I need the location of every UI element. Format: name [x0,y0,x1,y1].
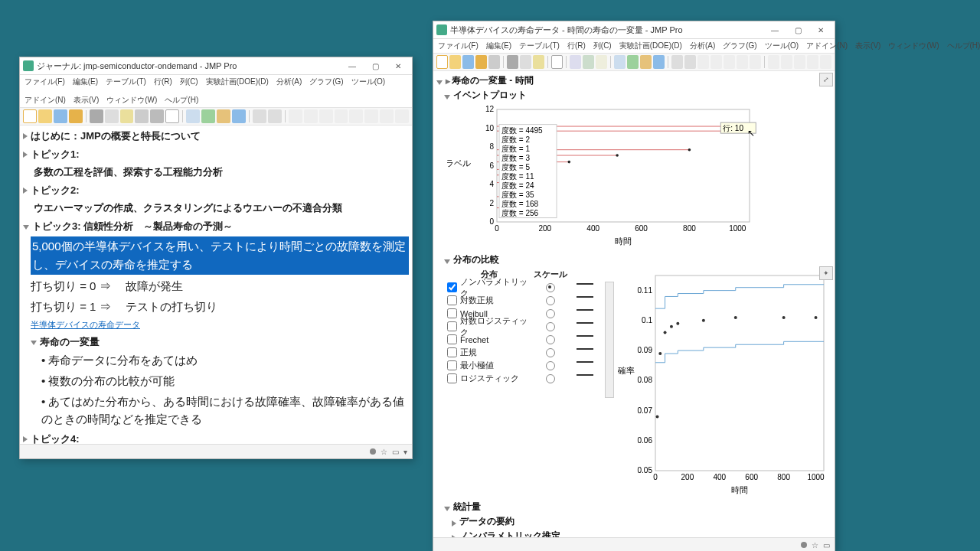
tb-paste-icon[interactable] [533,55,544,69]
disclosure-icon[interactable] [23,133,28,139]
section-distribution-compare[interactable]: 分布の比較 [444,253,831,266]
topic3-subsection[interactable]: 寿命の一変量 [40,334,100,350]
minimize-button[interactable]: — [764,24,786,36]
dist-checkbox[interactable] [447,295,457,305]
tb-icon[interactable] [304,109,318,123]
dist-checkbox[interactable] [447,347,457,357]
menu-item[interactable]: グラフ(G) [309,77,343,87]
tb-icon[interactable] [768,55,779,69]
disclosure-icon[interactable] [452,535,456,538]
disclosure-open-icon[interactable] [436,80,443,85]
menu-item[interactable]: ヘルプ(H) [165,95,198,106]
dist-row[interactable]: 対数ロジスティック [447,320,602,333]
disclosure-icon[interactable] [23,436,28,442]
scale-icon[interactable] [577,283,593,292]
tb-chart-icon[interactable] [583,55,594,69]
tb-cut-icon[interactable] [507,55,518,69]
tb-search-icon[interactable] [165,109,179,123]
scale-icon[interactable] [577,322,593,331]
tb-icon[interactable] [781,55,792,69]
scale-icon[interactable] [577,348,593,357]
disclosure-icon[interactable] [452,520,456,527]
disclosure-open-icon[interactable] [444,95,450,99]
tb-copy-icon[interactable] [520,55,531,69]
tb-icon[interactable] [217,109,230,123]
menu-item[interactable]: 行(R) [567,41,586,51]
expand-button[interactable]: ⤢ [819,73,833,86]
dist-radio[interactable] [546,309,555,318]
tb-zoom-icon[interactable] [289,109,302,123]
tb-db-icon[interactable] [475,55,487,69]
dist-radio[interactable] [546,335,555,344]
tb-cut-icon[interactable] [90,109,103,123]
dist-row[interactable]: 最小極値 [447,359,602,372]
tb-paste-icon[interactable] [120,109,134,123]
journal-titlebar[interactable]: ジャーナル: jmp-semiconductor-ondemand - JMP … [20,57,412,75]
tb-save-icon[interactable] [462,55,474,69]
outline-topic3[interactable]: トピック3: 信頼性分析 ～製品寿命の予測～ [32,219,233,234]
tb-open-icon[interactable] [38,109,52,123]
menu-item[interactable]: ファイル(F) [24,77,65,87]
tb-icon[interactable] [364,109,378,123]
tb-redo-icon[interactable] [268,109,282,123]
menu-item[interactable]: グラフ(G) [723,41,756,51]
tb-undo-icon[interactable] [253,109,266,123]
menu-item[interactable]: 編集(E) [73,77,98,87]
tb-arrow-icon[interactable] [186,109,200,123]
section-main[interactable]: ▸ 寿命の一変量 - 時間 [436,74,831,87]
disclosure-icon[interactable] [23,187,28,194]
dist-radio[interactable] [546,322,555,331]
dist-scrollbar[interactable] [605,282,614,398]
tb-icon[interactable] [380,109,394,123]
tb-help-icon[interactable] [201,109,215,123]
maximize-button[interactable]: ▢ [787,24,808,36]
tb-new-icon[interactable] [436,55,448,69]
section-data-summary[interactable]: データの要約 [452,515,831,528]
tb-save-icon[interactable] [54,109,67,123]
dist-row[interactable]: Frechet [447,333,602,346]
close-button[interactable]: ✕ [810,24,831,36]
tb-print-icon[interactable] [488,55,500,69]
tb-icon[interactable] [335,109,348,123]
dist-row[interactable]: ノンパラメトリック [447,281,602,294]
tb-db-icon[interactable] [69,109,83,123]
menu-item[interactable]: 編集(E) [486,41,511,51]
tb-icon[interactable] [794,55,805,69]
tb-icon[interactable] [807,55,818,69]
dist-radio[interactable] [546,296,555,305]
tb-new-icon[interactable] [23,109,37,123]
menu-item[interactable]: 列(C) [180,77,198,87]
menu-item[interactable]: ウィンドウ(W) [106,95,157,106]
menu-item[interactable]: ヘルプ(H) [947,41,981,51]
menu-item[interactable]: 分析(A) [276,77,302,87]
section-nonparametric-estimate[interactable]: ノンパラメトリック推定 [452,530,831,537]
tb-icon[interactable] [349,109,363,123]
tb-icon[interactable] [395,109,409,123]
tb-icon[interactable] [653,55,665,69]
tb-zoom-icon[interactable] [724,55,735,69]
probability-plot[interactable]: ✦ 0.050.060.070.080.090.10.1102004006008… [617,268,831,497]
menu-item[interactable]: アドイン(N) [806,41,848,51]
scale-icon[interactable] [577,374,593,383]
tb-icon[interactable] [820,55,831,69]
tb-open-icon[interactable] [449,55,461,69]
dist-radio[interactable] [546,374,555,383]
menu-item[interactable]: テーブル(T) [106,77,146,87]
maximize-button[interactable]: ▢ [364,60,386,72]
outline-intro[interactable]: はじめに：JMPの概要と特長について [31,129,201,144]
tb-icon[interactable] [697,55,709,69]
minimize-button[interactable]: — [341,60,363,72]
dist-checkbox[interactable] [447,321,457,331]
tb-table-icon[interactable] [570,55,581,69]
section-event-plot[interactable]: イベントプロット [444,89,831,102]
scale-icon[interactable] [577,361,593,370]
menu-item[interactable]: 列(C) [593,41,612,51]
outline-topic4[interactable]: トピック4: [31,432,80,445]
plot-options-button[interactable]: ✦ [819,266,833,280]
menu-item[interactable]: 表示(V) [74,95,99,106]
menu-item[interactable]: ファイル(F) [438,41,479,51]
tb-icon[interactable] [750,55,761,69]
section-statistics[interactable]: 統計量 [444,500,831,514]
menu-item[interactable]: 分析(A) [690,41,715,51]
dist-row[interactable]: 正規 [447,346,602,359]
